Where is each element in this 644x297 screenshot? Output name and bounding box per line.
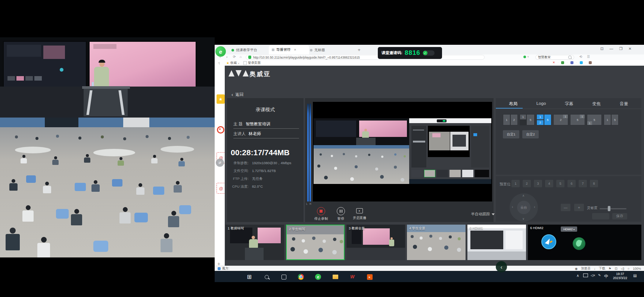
task-view-icon[interactable] <box>279 273 288 281</box>
sidebar-add-button[interactable]: + <box>217 261 220 267</box>
source-thumbnail-student-closeup-selected[interactable]: 2 学生特写 <box>286 225 345 260</box>
zoom-in-button[interactable]: + <box>574 204 584 211</box>
bookmark-login-page[interactable]: 登录页面 <box>243 61 261 65</box>
page-zoom-level[interactable]: 100% <box>633 267 641 271</box>
pause-button[interactable]: 暂停 <box>330 207 351 221</box>
wps-icon[interactable]: W <box>348 273 357 281</box>
ptz-center-button[interactable]: 云台 <box>517 201 531 214</box>
network-icon[interactable] <box>583 273 588 278</box>
zoom-out-button[interactable]: — <box>561 204 570 211</box>
custom-layout-2-button[interactable]: 自定2 <box>522 130 539 138</box>
ptz-secondary-button[interactable] <box>592 213 609 219</box>
speaker-muted-icon[interactable]: ◁× <box>591 273 595 277</box>
chrome-icon[interactable] <box>296 273 305 281</box>
extension-icon[interactable]: ✕ <box>553 61 555 64</box>
menu-icon[interactable]: ☰ <box>587 55 590 59</box>
extension-icon[interactable] <box>561 61 564 64</box>
panel-icon[interactable]: ⊡ <box>615 267 617 271</box>
refresh-icon[interactable]: ⟳ <box>233 55 236 59</box>
start-live-button[interactable]: ▸ 开启直播 <box>349 207 370 221</box>
custom-layout-1-button[interactable]: 自定1 <box>503 130 519 138</box>
ptz-down-arrow[interactable]: ∨ <box>522 217 525 221</box>
ptz-right-arrow[interactable]: › <box>534 205 535 209</box>
browser-logo-icon[interactable]: e <box>215 46 226 57</box>
tab-untitled[interactable]: 无标题 <box>307 46 352 54</box>
sidebar-collapse-handle[interactable]: ⇄ <box>216 159 224 167</box>
restore-tabs-icon[interactable]: ⟲ <box>579 55 582 59</box>
restore-button[interactable]: ❐ <box>619 47 622 51</box>
pen-icon[interactable]: ✎ <box>598 273 601 277</box>
speaker-icon[interactable]: ◁) <box>621 267 624 271</box>
back-button[interactable]: ‹ 返回 <box>231 92 243 97</box>
stop-recording-button[interactable]: 停止录制 <box>311 207 332 221</box>
start-button[interactable]: ⊞ <box>245 273 254 281</box>
tray-expand-icon[interactable]: ∧ <box>576 273 579 278</box>
tracking-mode-dropdown[interactable]: 半自动跟踪 <box>471 212 495 217</box>
favorites-menu[interactable]: ★ 收藏 ∨ <box>226 61 239 65</box>
accelerator-item[interactable]: 加速器 <box>581 266 591 271</box>
address-bar[interactable]: http://10.50.50.211/acmir/playguide/play… <box>246 55 485 60</box>
clock[interactable]: 19:37 2023/3/22 <box>611 272 629 280</box>
preset-button-3[interactable]: 3 <box>534 180 542 187</box>
ptz-left-arrow[interactable]: ‹ <box>512 205 513 209</box>
side-panel-icon[interactable]: ⊡ <box>600 47 603 51</box>
taskbar-search-icon[interactable] <box>262 273 271 281</box>
tab-subtitle[interactable]: 字幕 <box>565 99 573 109</box>
preset-button-6[interactable]: 6 <box>567 180 576 187</box>
invite-toggle[interactable]: ✓ <box>423 50 435 56</box>
minimize-button[interactable]: — <box>609 47 613 51</box>
layout-preset-4[interactable]: 2 1 <box>553 114 568 125</box>
tab-teaching-platform[interactable]: 优课教学平台 <box>228 46 272 54</box>
weibo-icon[interactable] <box>217 125 225 135</box>
at-extension-icon[interactable]: @ <box>217 183 225 194</box>
extension-icon[interactable] <box>570 61 573 64</box>
layout-preset-6[interactable]: 5 1 <box>587 114 602 125</box>
download-arrow-icon[interactable]: ↓ <box>594 267 595 271</box>
preset-button-5[interactable]: 5 <box>556 180 564 187</box>
source-thumbnail-teacher-closeup[interactable]: 1 教师特写 <box>225 225 284 260</box>
ptz-up-arrow[interactable]: ∧ <box>522 194 525 197</box>
source-thumbnail-hdmi2[interactable]: HDMI2▾ 6 HDMI2 <box>528 225 641 260</box>
home-icon[interactable]: ⌂ <box>240 55 242 59</box>
preset-button-7[interactable]: 7 <box>579 180 587 187</box>
close-button[interactable]: ✕ <box>628 47 631 51</box>
notification-center-icon[interactable]: ▤ <box>633 273 637 278</box>
extension-icon[interactable] <box>580 61 583 64</box>
file-explorer-icon[interactable] <box>331 273 340 281</box>
layout-preset-2[interactable]: 1 5 <box>520 114 535 125</box>
preset-button-8[interactable]: 8 <box>590 180 598 187</box>
tab-layout[interactable]: 布局 <box>509 99 517 109</box>
source-thumbnail-hdmi1[interactable]: 5 HDMI1 <box>467 225 526 260</box>
tab-zoom[interactable]: 变焦 <box>592 99 601 109</box>
ime-indicator[interactable]: 中 <box>604 273 608 279</box>
save-preset-button[interactable]: 保存 <box>612 213 627 219</box>
extension-icon[interactable] <box>589 61 592 64</box>
browser-360-icon[interactable]: e <box>314 273 323 281</box>
tab-logo[interactable]: Logo <box>536 99 546 109</box>
source-thumbnail-student-panorama[interactable]: 4 学生全景 <box>407 225 466 260</box>
browser-account-menu[interactable]: ∨ <box>523 55 529 58</box>
layout-preset-7[interactable]: 1 5 <box>604 114 619 125</box>
tab-director-management[interactable]: 导播管理 ✕ <box>269 45 309 54</box>
hdmi-input-selector[interactable]: HDMI2▾ <box>561 226 577 232</box>
forward-nav-icon[interactable]: › <box>226 55 227 59</box>
bookmarks-collapse-icon[interactable]: ‹| <box>218 61 220 65</box>
collapse-strip-button[interactable]: ‹ <box>496 261 507 272</box>
zoom-search-icon[interactable]: ○ <box>628 267 629 271</box>
preset-button-2[interactable]: 2 <box>523 180 531 187</box>
layout-preset-5[interactable]: 5 1 <box>570 114 585 125</box>
orange-app-icon[interactable]: ▸ <box>365 273 374 281</box>
favorites-star-icon[interactable]: ★ <box>217 94 225 104</box>
preset-button-1[interactable]: 1 <box>511 180 520 187</box>
tab-close-icon[interactable]: ✕ <box>294 48 296 51</box>
tab-volume[interactable]: 音量 <box>620 99 628 109</box>
panda-icon[interactable]: ◉ <box>575 267 578 271</box>
sensitivity-slider-knob[interactable] <box>608 206 610 211</box>
new-tab-button[interactable]: + <box>358 47 361 53</box>
layout-preset-3-selected[interactable]: 1 2 5 <box>536 114 551 125</box>
source-thumbnail-teacher-panorama[interactable]: 3 教师全景 <box>346 225 405 260</box>
search-box[interactable]: 智慧教室 <box>535 55 574 60</box>
preset-button-4[interactable]: 4 <box>545 180 553 187</box>
sensitivity-slider-track[interactable] <box>600 208 626 209</box>
download-item[interactable]: 下载 <box>599 266 605 271</box>
